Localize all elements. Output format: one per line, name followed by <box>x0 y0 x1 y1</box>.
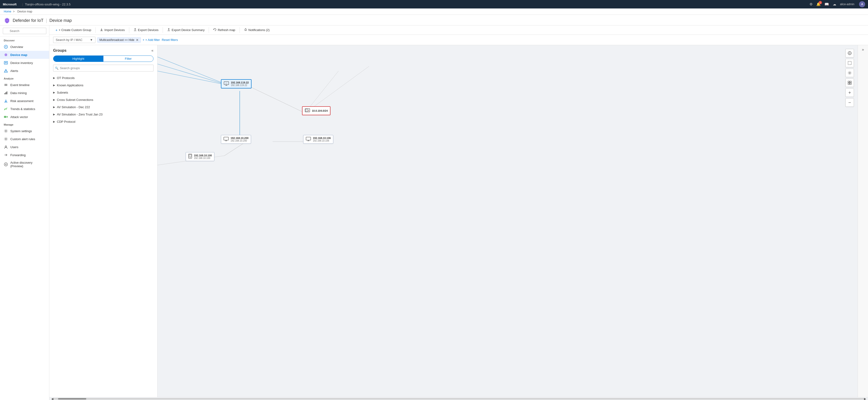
sidebar-item-device-inventory[interactable]: Device inventory <box>0 59 49 67</box>
sidebar-item-label-device-map: Device map <box>10 53 27 57</box>
groups-search-input[interactable] <box>53 65 153 71</box>
notification-badge-count: 1 <box>819 1 822 4</box>
sidebar-search-input[interactable] <box>3 28 46 34</box>
sidebar-item-label-custom-alert-rules: Custom alert rules <box>10 137 35 141</box>
import-icon <box>100 28 103 32</box>
reset-filters-button[interactable]: Reset filters <box>162 38 178 42</box>
svg-line-35 <box>157 71 228 85</box>
microsoft-brand: Microsoft <box>3 3 17 6</box>
add-filter-button[interactable]: + + Add filter <box>143 38 160 42</box>
sidebar-item-trends-statistics[interactable]: Trends & statistics <box>0 105 49 113</box>
sidebar-item-forwarding[interactable]: Forwarding <box>0 151 49 159</box>
sidebar-section-analyze: Analyze <box>0 75 49 81</box>
svg-rect-59 <box>189 154 191 157</box>
network-node-192-168-10-106[interactable]: 192.168.10.106 192.168.10.106 <box>303 135 333 144</box>
svg-point-65 <box>849 72 850 73</box>
network-node-192-168-10-200[interactable]: 192.168.10.200 192.168.10.200 <box>221 135 251 144</box>
map-controls: + − <box>845 49 854 107</box>
import-devices-label: Import Devices <box>104 28 125 32</box>
svg-point-60 <box>190 157 190 158</box>
groups-panel-collapse-button[interactable]: « <box>151 49 153 53</box>
svg-rect-69 <box>848 83 849 85</box>
scroll-left-arrow[interactable]: ◀ <box>51 397 53 400</box>
map-zoom-out-button[interactable]: − <box>845 98 854 107</box>
sidebar-item-risk-assessment[interactable]: Risk assessment <box>0 97 49 105</box>
group-item-cdp-protocol[interactable]: ▶ CDP Protocol <box>49 118 157 125</box>
network-node-192-168-119-22[interactable]: </> 192.168.119.22 192.168.119.22 <box>221 79 251 88</box>
toolbar-sep-2 <box>129 27 129 33</box>
import-devices-button[interactable]: Import Devices <box>97 27 127 33</box>
group-item-av-simulation-jan[interactable]: ▶ AV Simulation - Zero Trust Jan 23 <box>49 111 157 118</box>
network-node-192-168-10-100[interactable]: 192.168.10.100 192.168.10.100 <box>186 152 214 161</box>
sidebar-item-data-mining[interactable]: Data mining <box>0 89 49 97</box>
toolbar: + + Create Custom Group Import Devices E… <box>49 25 868 35</box>
book-icon[interactable]: 📖 <box>825 2 829 6</box>
sidebar-item-event-timeline[interactable]: Event timeline <box>0 81 49 89</box>
cloud-icon[interactable]: ☁ <box>833 2 836 6</box>
sidebar-item-label-overview: Overview <box>10 45 23 49</box>
group-item-label: Known Applications <box>57 84 84 87</box>
groups-list: ▶ OT Protocols ▶ Known Applications ▶ Su… <box>49 74 157 397</box>
notification-icon[interactable]: 🔔 1 <box>816 2 821 6</box>
scrollbar-thumb[interactable] <box>58 398 86 400</box>
notifications-label: Notifications (2) <box>248 28 270 32</box>
create-custom-group-label: + Create Custom Group <box>59 28 91 32</box>
highlight-toggle-button[interactable]: Highlight <box>53 56 103 62</box>
map-zoom-in-button[interactable]: + <box>845 88 854 97</box>
sidebar-item-label-event-timeline: Event timeline <box>10 83 30 87</box>
export-devices-button[interactable]: Export Devices <box>131 27 161 33</box>
node-ip-secondary: 192.168.10.200 <box>230 140 248 142</box>
sidebar-search-wrap: 🔍 <box>3 28 46 34</box>
group-item-subnets[interactable]: ▶ Subnets <box>49 89 157 96</box>
groups-title: Groups <box>53 49 66 53</box>
svg-rect-21 <box>4 116 6 118</box>
group-chevron-icon: ▶ <box>53 76 55 80</box>
user-avatar[interactable]: A <box>859 1 865 7</box>
notifications-button[interactable]: Notifications (2) <box>242 27 272 33</box>
scrollbar-track[interactable] <box>53 398 864 400</box>
right-panel-collapse-button[interactable]: » <box>862 48 864 52</box>
app-header-separator: | <box>46 18 47 23</box>
scroll-right-arrow[interactable]: ▶ <box>864 397 866 400</box>
sidebar-item-device-map[interactable]: Device map <box>0 51 49 59</box>
svg-line-39 <box>224 143 244 156</box>
group-item-cross-subnet[interactable]: ▶ Cross Subnet Connections <box>49 96 157 103</box>
map-area: Groups « Highlight Filter 🔍 <box>49 45 868 397</box>
group-item-label: AV Simulation - Dec 222 <box>57 105 90 109</box>
export-device-summary-button[interactable]: Export Device Summary <box>165 27 207 33</box>
network-node-10-0-104[interactable]: ⚠ 10.0.104.0/24 <box>302 106 331 115</box>
custom-alert-rules-icon <box>4 137 8 141</box>
sidebar-item-active-discovery[interactable]: Active discovery (Preview) <box>0 159 49 170</box>
settings-icon[interactable]: ⚙ <box>809 2 812 6</box>
username-label: alice-admin <box>840 3 855 6</box>
map-drag-button[interactable] <box>845 49 854 57</box>
group-item-ot-protocols[interactable]: ▶ OT Protocols <box>49 74 157 82</box>
map-settings-button[interactable] <box>845 69 854 77</box>
group-item-av-simulation-dec[interactable]: ▶ AV Simulation - Dec 222 <box>49 103 157 111</box>
device-icon <box>188 154 192 159</box>
create-custom-group-button[interactable]: + + Create Custom Group <box>53 27 94 33</box>
device-map-canvas[interactable]: </> 192.168.119.22 192.168.119.22 <box>157 45 868 397</box>
sidebar-item-attack-vector[interactable]: Attack vector <box>0 113 49 121</box>
sidebar-item-custom-alert-rules[interactable]: Custom alert rules <box>0 135 49 143</box>
sidebar-item-users[interactable]: Users <box>0 143 49 151</box>
active-discovery-icon <box>4 162 8 166</box>
sidebar-item-alerts[interactable]: Alerts <box>0 67 49 75</box>
refresh-map-button[interactable]: Refresh map <box>211 27 238 33</box>
node-ip-primary: 192.168.119.22 <box>231 81 249 84</box>
map-layout-button[interactable] <box>845 79 854 87</box>
users-icon <box>4 145 8 149</box>
reset-filters-label: Reset filters <box>162 38 178 42</box>
breadcrumb-separator: > <box>13 10 14 13</box>
breadcrumb-home[interactable]: Home <box>4 10 11 13</box>
export-device-summary-label: Export Device Summary <box>172 28 205 32</box>
map-select-button[interactable] <box>845 59 854 67</box>
sidebar-item-system-settings[interactable]: System settings <box>0 127 49 135</box>
search-ip-mac-dropdown[interactable]: Search by IP / MAC ▼ <box>53 37 95 43</box>
group-item-known-applications[interactable]: ▶ Known Applications <box>49 82 157 89</box>
svg-line-40 <box>306 71 338 112</box>
sidebar-item-overview[interactable]: Overview <box>0 43 49 51</box>
sidebar-item-label-data-mining: Data mining <box>10 91 27 95</box>
filter-chip-close-button[interactable]: ✕ <box>136 38 139 42</box>
filter-toggle-button[interactable]: Filter <box>103 56 153 62</box>
